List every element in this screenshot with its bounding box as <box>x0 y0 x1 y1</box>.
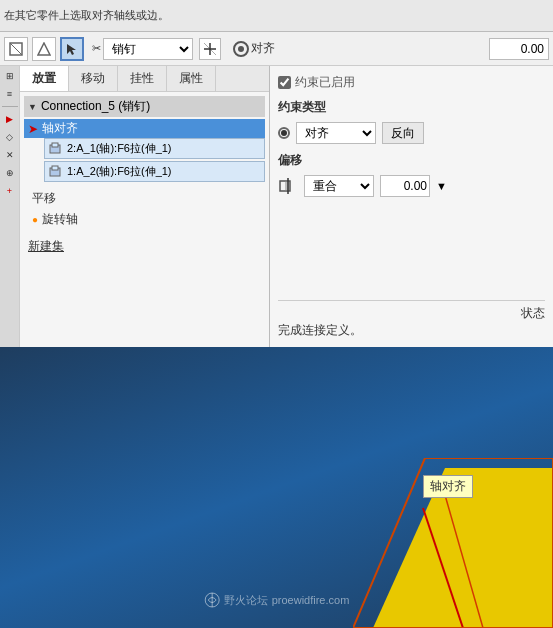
pin-select[interactable]: 销钉 <box>103 38 193 60</box>
left-sidebar-icons: ⊞ ≡ ▶ ◇ ✕ ⊕ + <box>0 66 20 347</box>
hint-bar: 在其它零件上选取对齐轴线或边。 <box>0 0 553 32</box>
connection-header: ▼ Connection_5 (销钉) <box>24 96 265 117</box>
status-title-row: 状态 <box>278 305 545 322</box>
arrow-right-icon: ➤ <box>28 122 38 136</box>
svg-rect-8 <box>52 143 58 147</box>
app-window: 在其它零件上选取对齐轴线或边。 ✂ 销钉 <box>0 0 553 628</box>
status-area: 状态 完成连接定义。 <box>278 300 545 339</box>
svg-line-15 <box>443 488 483 628</box>
overlap-icon <box>279 177 297 195</box>
sidebar-icon-plus[interactable]: + <box>2 183 18 199</box>
enabled-label: 约束已启用 <box>295 74 355 91</box>
middle-section: ⊞ ≡ ▶ ◇ ✕ ⊕ + 放置 移动 挂性 属性 ▼ Connect <box>0 66 553 347</box>
connection-title: Connection_5 (销钉) <box>41 98 150 115</box>
enabled-checkbox[interactable] <box>278 76 291 89</box>
constraint-type-row: 对齐 反向 <box>278 122 545 144</box>
offset-label: 偏移 <box>278 152 545 169</box>
watermark-url: proewidfire.com <box>272 594 350 606</box>
part-icon-2 <box>49 165 63 179</box>
axis-align-item[interactable]: ➤ 轴对齐 <box>24 119 265 138</box>
constraint-type-label: 约束类型 <box>278 99 545 116</box>
offset-type-select[interactable]: 重合 <box>304 175 374 197</box>
rotate-item[interactable]: ● 旋转轴 <box>28 209 261 230</box>
rotate-circle-icon: ● <box>32 214 38 225</box>
tab-prop2[interactable]: 属性 <box>167 66 216 91</box>
svg-rect-10 <box>52 166 58 170</box>
tree-child-2[interactable]: 1:A_2(轴):F6拉(伸_1) <box>44 161 265 182</box>
overlap-icon-container <box>278 176 298 196</box>
section-group: 平移 ● 旋转轴 <box>24 184 265 234</box>
tool-btn-cursor[interactable] <box>60 37 84 61</box>
right-panel: 约束已启用 约束类型 对齐 反向 偏移 <box>270 66 553 347</box>
svg-marker-3 <box>67 44 76 55</box>
svg-line-1 <box>10 43 22 55</box>
tabs-row: 放置 移动 挂性 属性 <box>20 66 269 92</box>
toolbar: ✂ 销钉 对齐 <box>0 32 553 66</box>
sidebar-icon-grid[interactable]: ⊞ <box>2 68 18 84</box>
tab-placement[interactable]: 放置 <box>20 66 69 91</box>
offset-row: 重合 ▼ <box>278 175 545 197</box>
align-group: 对齐 <box>233 40 275 57</box>
tool-btn-1[interactable] <box>4 37 28 61</box>
tree-children: 2:A_1(轴):F6拉(伸_1) 1:A_2(轴):F6拉(伸_1) <box>44 138 265 182</box>
offset-value-input[interactable] <box>380 175 430 197</box>
offset-group: 偏移 重合 ▼ <box>278 152 545 197</box>
hint-text: 在其它零件上选取对齐轴线或边。 <box>4 8 169 23</box>
status-text: 完成连接定义。 <box>278 323 362 337</box>
sidebar-icon-2[interactable]: ◇ <box>2 129 18 145</box>
tab-move[interactable]: 移动 <box>69 66 118 91</box>
tool-btn-2[interactable] <box>32 37 56 61</box>
align-label: 对齐 <box>251 40 275 57</box>
constraint-radio[interactable] <box>278 127 290 139</box>
offset-dropdown-icon[interactable]: ▼ <box>436 180 447 192</box>
sidebar-icon-list[interactable]: ≡ <box>2 86 18 102</box>
constraint-type-select[interactable]: 对齐 <box>296 122 376 144</box>
cross-icon <box>204 43 216 55</box>
svg-marker-2 <box>38 43 50 55</box>
checkbox-enabled-row: 约束已启用 <box>278 74 545 91</box>
child-1-label: 2:A_1(轴):F6拉(伸_1) <box>67 141 172 156</box>
expand-arrow[interactable]: ▼ <box>28 102 37 112</box>
constraint-panel: 放置 移动 挂性 属性 ▼ Connection_5 (销钉) ➤ 轴对齐 <box>20 66 270 347</box>
pin-icon-label: ✂ <box>92 42 101 55</box>
rotate-label: 旋转轴 <box>42 211 78 228</box>
sidebar-icon-4[interactable]: ⊕ <box>2 165 18 181</box>
divider <box>2 106 18 107</box>
new-set-button[interactable]: 新建集 <box>28 238 261 255</box>
watermark-icon <box>204 592 220 608</box>
tab-prop1[interactable]: 挂性 <box>118 66 167 91</box>
tool-icon-1 <box>9 42 23 56</box>
status-title: 状态 <box>521 305 545 322</box>
align-radio-icon <box>233 41 249 57</box>
tree-child-1[interactable]: 2:A_1(轴):F6拉(伸_1) <box>44 138 265 159</box>
constraint-type-group: 约束类型 对齐 反向 <box>278 99 545 144</box>
axis-align-label: 轴对齐 <box>42 120 78 137</box>
cursor-icon <box>65 42 79 56</box>
value-group <box>489 38 549 60</box>
sidebar-icon-1[interactable]: ▶ <box>2 111 18 127</box>
tool-cross-btn[interactable] <box>199 38 221 60</box>
tooltip-box: 轴对齐 <box>423 475 473 498</box>
3d-viewport: 轴对齐 野火论坛 proewidfire.com <box>0 347 553 628</box>
tree-panel: ▼ Connection_5 (销钉) ➤ 轴对齐 2:A_1(轴): <box>20 92 269 347</box>
reverse-button[interactable]: 反向 <box>382 122 424 144</box>
pin-tool-group: ✂ 销钉 <box>92 38 193 60</box>
child-2-label: 1:A_2(轴):F6拉(伸_1) <box>67 164 172 179</box>
toolbar-value-input[interactable] <box>489 38 549 60</box>
svg-line-14 <box>423 508 463 628</box>
parallel-item[interactable]: 平移 <box>28 188 261 209</box>
status-text-row: 完成连接定义。 <box>278 322 545 339</box>
sidebar-icon-3[interactable]: ✕ <box>2 147 18 163</box>
parallel-label: 平移 <box>32 190 56 207</box>
watermark-text: 野火论坛 <box>224 593 268 608</box>
tool-icon-2 <box>37 42 51 56</box>
watermark: 野火论坛 proewidfire.com <box>204 592 350 608</box>
part-icon-1 <box>49 142 63 156</box>
